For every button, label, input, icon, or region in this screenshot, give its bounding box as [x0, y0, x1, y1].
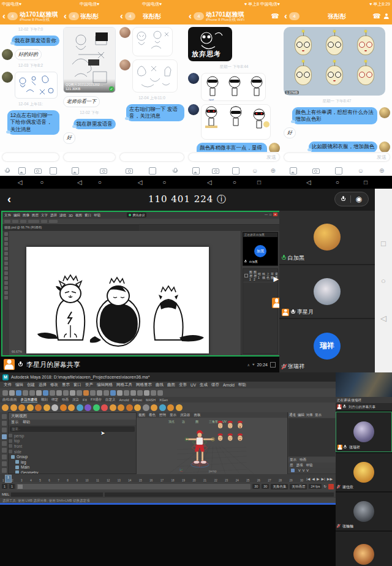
- viewport-menu-item[interactable]: 面板: [194, 413, 201, 417]
- file-icon[interactable]: [335, 167, 342, 175]
- status-line-icon[interactable]: [90, 390, 96, 396]
- camera-icon[interactable]: [212, 168, 219, 174]
- ps-menu-item[interactable]: 选择: [50, 213, 57, 217]
- chick-sticker-image[interactable]: 1.37MB: [284, 27, 385, 96]
- status-line-icon[interactable]: [137, 390, 143, 396]
- status-line-icon[interactable]: [2, 390, 8, 396]
- mel-input[interactable]: [11, 492, 103, 497]
- maya-menu-item[interactable]: 选择: [39, 382, 47, 388]
- tool-icon[interactable]: [4, 242, 8, 246]
- maya-menu-item[interactable]: 曲线: [156, 382, 164, 388]
- participant-tile[interactable]: 张楠楠: [336, 492, 392, 530]
- avatar[interactable]: [119, 27, 130, 38]
- shelf-icon[interactable]: [43, 404, 50, 411]
- shelf-tab[interactable]: 多边形建模: [21, 398, 38, 402]
- maya-menu-item[interactable]: 缓存: [211, 382, 219, 388]
- range-slider[interactable]: [17, 484, 251, 489]
- tool-icon[interactable]: [4, 271, 8, 275]
- camera-icon[interactable]: [312, 168, 320, 174]
- image-message[interactable]: QQ图片202112021202…121.30KB ✓: [63, 27, 116, 93]
- playback-start-field[interactable]: 1: [9, 484, 15, 489]
- time-slider[interactable]: 1 12345678910111213141516171819202122232…: [0, 474, 336, 482]
- anim-start-field[interactable]: 1: [2, 484, 7, 489]
- received-message[interactable]: 好: [63, 132, 75, 143]
- status-line-icon[interactable]: [83, 390, 89, 396]
- tool-icon[interactable]: [4, 281, 8, 285]
- anim-end-field[interactable]: 30: [262, 484, 269, 489]
- chat-input-bar[interactable]: [0, 152, 61, 165]
- nav-back-icon[interactable]: ◁: [306, 179, 311, 186]
- maya-menu-item[interactable]: 生成: [200, 382, 208, 388]
- maya-menu-item[interactable]: 修改: [50, 382, 58, 388]
- emoji-icon[interactable]: ☺: [358, 168, 364, 174]
- status-line-icon[interactable]: [23, 390, 28, 396]
- scale-tool-icon[interactable]: [2, 448, 7, 453]
- shelf-icon[interactable]: [51, 404, 58, 411]
- shelf-icon[interactable]: [134, 404, 141, 411]
- sent-message[interactable]: 颜色上有些单调，想想有什么办法增加点色彩: [292, 107, 377, 124]
- layer-color-chip[interactable]: [291, 469, 295, 472]
- tool-icon[interactable]: [4, 266, 8, 270]
- outliner-node[interactable]: Group: [9, 454, 136, 459]
- call-icon[interactable]: ☎: [271, 13, 279, 20]
- maya-menu-item[interactable]: 文件: [4, 382, 12, 388]
- shelf-icon[interactable]: [93, 404, 100, 411]
- avatar[interactable]: [379, 142, 390, 152]
- file-icon[interactable]: [232, 167, 239, 175]
- shelf-icon[interactable]: [167, 404, 174, 411]
- shelf-tab[interactable]: 曲线/曲面: [2, 398, 17, 402]
- shelf-tab[interactable]: FX: [83, 398, 87, 402]
- shelf-icon[interactable]: [77, 404, 83, 411]
- received-message[interactable]: 好的好的: [15, 49, 42, 60]
- meeting-floating-window[interactable]: 正在讲话:白加黑 加黑 白加黑: [243, 232, 278, 266]
- nav-back-icon[interactable]: ◁: [380, 314, 386, 323]
- camera-icon[interactable]: [100, 168, 107, 174]
- shelf-icon[interactable]: [85, 404, 91, 411]
- set-key-icon[interactable]: [328, 484, 334, 489]
- maya-menu-item[interactable]: 帮助: [238, 382, 246, 388]
- ps-menu-item[interactable]: 图像: [23, 213, 29, 217]
- close-icon[interactable]: ×: [273, 213, 277, 216]
- nav-recent-icon[interactable]: □: [381, 239, 386, 248]
- microphone-icon[interactable]: [341, 196, 345, 202]
- back-icon[interactable]: ‹: [2, 11, 6, 20]
- layer-row[interactable]: 图层 1图层 2组 1线稿上色草图背景: [243, 269, 277, 282]
- shelf-icon[interactable]: [10, 404, 17, 411]
- nav-recent-icon[interactable]: □: [364, 179, 368, 186]
- back-icon[interactable]: ‹: [120, 11, 123, 20]
- channel-menu-item[interactable]: 通道: [289, 413, 296, 417]
- status-line-icon[interactable]: [50, 390, 55, 396]
- avatar[interactable]: [269, 143, 280, 152]
- shelf-tab[interactable]: MASH: [146, 398, 156, 402]
- nav-home-icon[interactable]: ○: [40, 179, 43, 186]
- tool-icon[interactable]: [4, 257, 8, 260]
- shelf-icon[interactable]: [176, 404, 183, 411]
- avatar[interactable]: [188, 104, 199, 115]
- camera-icon[interactable]: [126, 168, 133, 174]
- maya-menu-item[interactable]: 网格显示: [136, 382, 152, 388]
- voice-icon[interactable]: [4, 168, 10, 174]
- avatar[interactable]: [2, 49, 13, 60]
- sent-message[interactable]: 比如眼镜和衣服，增加颜色: [309, 142, 377, 152]
- shelf-tab[interactable]: 绑定: [51, 398, 58, 402]
- shelf-tab[interactable]: 自定义: [105, 398, 116, 402]
- nav-home-icon[interactable]: ○: [381, 276, 386, 285]
- avatar[interactable]: [379, 107, 390, 118]
- status-line-icon[interactable]: [77, 390, 82, 396]
- maya-menu-item[interactable]: 显示: [62, 382, 70, 388]
- maya-menu-item[interactable]: Arnold: [223, 383, 235, 387]
- tool-icon[interactable]: [4, 276, 8, 280]
- nav-home-icon[interactable]: ○: [233, 179, 236, 186]
- expand-arrow-icon[interactable]: ▶: [274, 275, 279, 283]
- maya-menu-item[interactable]: 编辑: [15, 382, 23, 388]
- channel-menu-item[interactable]: 显示: [315, 413, 322, 417]
- maya-menu-item[interactable]: 曲面: [167, 382, 175, 388]
- shelf-icon[interactable]: [143, 404, 149, 411]
- nav-recent-icon[interactable]: □: [257, 179, 261, 186]
- shared-screen-thumbnail[interactable]: [336, 372, 392, 397]
- playback-button[interactable]: ▶▶: [327, 477, 333, 481]
- outliner-node[interactable]: front: [9, 443, 136, 449]
- character-set-dropdown[interactable]: 无角色集: [271, 484, 288, 489]
- participant-tile[interactable]: 白加黑: [279, 211, 375, 264]
- back-icon[interactable]: ‹: [284, 11, 287, 20]
